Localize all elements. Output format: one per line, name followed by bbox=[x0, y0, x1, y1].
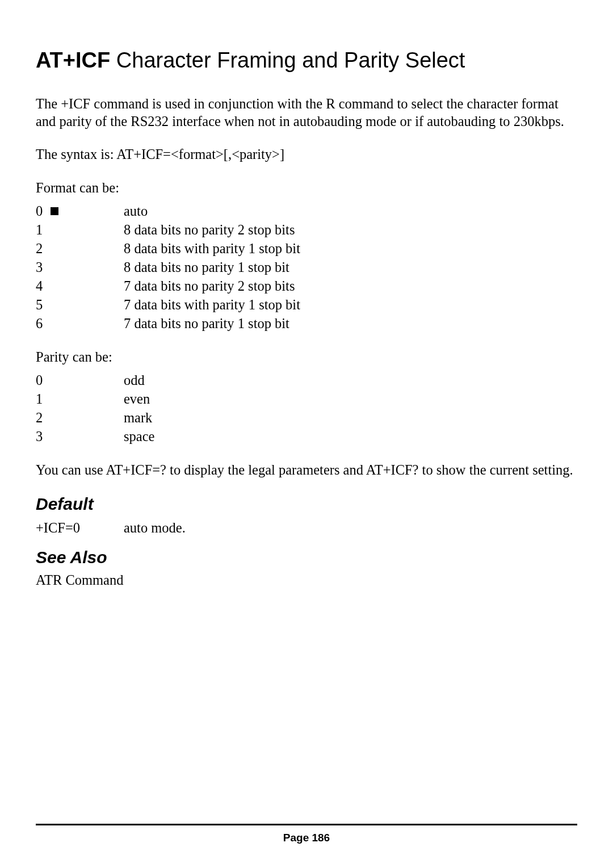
table-row: 28 data bits with parity 1 stop bit bbox=[36, 239, 577, 258]
row-code: 5 bbox=[36, 295, 124, 314]
table-row: 18 data bits no parity 2 stop bits bbox=[36, 220, 577, 239]
default-heading: Default bbox=[36, 494, 577, 514]
row-code: 1 bbox=[36, 389, 124, 408]
title-command: AT+ICF bbox=[36, 48, 110, 72]
see-also-text: ATR Command bbox=[36, 572, 577, 589]
row-code: 2 bbox=[36, 408, 124, 427]
page-title: AT+ICF Character Framing and Parity Sele… bbox=[36, 48, 577, 73]
table-row: 2mark bbox=[36, 408, 577, 427]
row-desc: mark bbox=[124, 408, 577, 427]
page-number: Page 186 bbox=[0, 832, 613, 844]
table-row: 67 data bits no parity 1 stop bit bbox=[36, 314, 577, 333]
table-row: 47 data bits no parity 2 stop bits bbox=[36, 276, 577, 295]
table-row: 0odd bbox=[36, 371, 577, 389]
parity-table: 0odd1even2mark3space bbox=[36, 371, 577, 446]
default-code: +ICF=0 bbox=[36, 518, 124, 537]
format-table: 0 auto18 data bits no parity 2 stop bits… bbox=[36, 202, 577, 333]
table-row: 0 auto bbox=[36, 202, 577, 220]
row-desc: 7 data bits no parity 1 stop bit bbox=[124, 314, 577, 333]
row-desc: even bbox=[124, 389, 577, 408]
table-row: +ICF=0 auto mode. bbox=[36, 518, 577, 537]
row-code: 3 bbox=[36, 427, 124, 446]
row-desc: auto bbox=[124, 202, 577, 220]
title-rest: Character Framing and Parity Select bbox=[110, 48, 465, 72]
row-desc: 7 data bits with parity 1 stop bit bbox=[124, 295, 577, 314]
row-code: 0 bbox=[36, 202, 124, 220]
usage-paragraph: You can use AT+ICF=? to display the lega… bbox=[36, 462, 577, 479]
intro-paragraph: The +ICF command is used in conjunction … bbox=[36, 95, 577, 130]
row-desc: 7 data bits no parity 2 stop bits bbox=[124, 276, 577, 295]
table-row: 38 data bits no parity 1 stop bit bbox=[36, 258, 577, 276]
row-code: 6 bbox=[36, 314, 124, 333]
row-code: 3 bbox=[36, 258, 124, 276]
table-row: 1even bbox=[36, 389, 577, 408]
table-row: 3space bbox=[36, 427, 577, 446]
footer-rule bbox=[36, 824, 577, 825]
row-desc: space bbox=[124, 427, 577, 446]
row-desc: 8 data bits with parity 1 stop bit bbox=[124, 239, 577, 258]
table-row: 57 data bits with parity 1 stop bit bbox=[36, 295, 577, 314]
row-code: 0 bbox=[36, 371, 124, 389]
row-code: 1 bbox=[36, 220, 124, 239]
default-table: +ICF=0 auto mode. bbox=[36, 518, 577, 537]
syntax-paragraph: The syntax is: AT+ICF=<format>[,<parity>… bbox=[36, 146, 577, 163]
row-desc: odd bbox=[124, 371, 577, 389]
parity-lead: Parity can be: bbox=[36, 349, 577, 366]
row-desc: 8 data bits no parity 1 stop bit bbox=[124, 258, 577, 276]
default-desc: auto mode. bbox=[124, 518, 577, 537]
row-desc: 8 data bits no parity 2 stop bits bbox=[124, 220, 577, 239]
see-also-heading: See Also bbox=[36, 548, 577, 567]
page: AT+ICF Character Framing and Parity Sele… bbox=[0, 0, 613, 868]
format-lead: Format can be: bbox=[36, 179, 577, 197]
row-code: 2 bbox=[36, 239, 124, 258]
row-code: 4 bbox=[36, 276, 124, 295]
square-bullet-icon bbox=[51, 207, 58, 215]
